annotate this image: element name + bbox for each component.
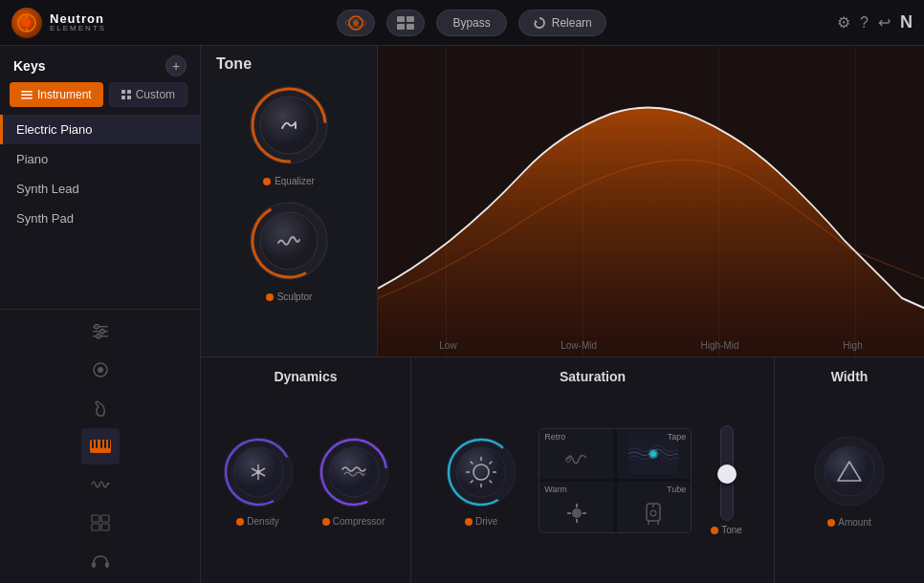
header: Neutron ELEMENTS Bypass xyxy=(0,0,924,46)
bottom-section: Dynamics xyxy=(201,357,924,583)
svg-point-1 xyxy=(23,19,31,27)
density-knob[interactable] xyxy=(220,434,297,510)
amount-knob[interactable] xyxy=(811,433,888,509)
svg-rect-30 xyxy=(100,440,102,448)
sidebar-title: Keys xyxy=(13,58,45,74)
warm-icon xyxy=(563,500,590,527)
dynamics-title: Dynamics xyxy=(274,369,337,384)
dynamics-panel: Dynamics xyxy=(201,357,411,583)
compressor-label: Compressor xyxy=(322,516,385,527)
svg-point-23 xyxy=(99,329,104,334)
eq-freq-low: Low xyxy=(439,340,456,351)
custom-icon xyxy=(121,90,131,99)
sidebar: Keys + Instrument xyxy=(0,46,201,583)
equalizer-knob-section: Equalizer xyxy=(246,82,332,186)
retro-icon xyxy=(563,446,590,473)
sidebar-icon-grid[interactable] xyxy=(81,505,120,541)
eq-grid-line-1 xyxy=(446,46,447,356)
sidebar-icon-circle[interactable] xyxy=(81,352,120,388)
sidebar-tabs: Instrument Custom xyxy=(0,82,200,115)
tone-slider[interactable] xyxy=(720,425,734,521)
saturation-panel: Saturation xyxy=(411,357,775,583)
eq-grid-line-3 xyxy=(718,46,719,356)
tab-instrument[interactable]: Instrument xyxy=(10,82,103,107)
amount-label: Amount xyxy=(827,517,870,528)
tone-slider-thumb[interactable] xyxy=(717,464,737,484)
sat-type-warm[interactable]: Warm xyxy=(539,482,614,532)
eq-freq-high-mid: High-Mid xyxy=(701,340,739,351)
svg-marker-11 xyxy=(535,20,538,24)
logo-icon xyxy=(11,8,42,38)
undo-icon[interactable]: ↩ xyxy=(878,13,891,32)
tone-slider-group: Tone xyxy=(711,425,742,535)
sidebar-icon-sliders[interactable] xyxy=(81,313,120,350)
svg-point-54 xyxy=(329,447,379,497)
eq-freq-low-mid: Low-Mid xyxy=(561,340,597,351)
sidebar-icon-wave[interactable] xyxy=(81,466,120,503)
drive-dot xyxy=(465,518,473,526)
n-badge: N xyxy=(900,12,913,32)
svg-rect-8 xyxy=(407,16,414,22)
svg-point-22 xyxy=(94,324,99,329)
tube-label: Tube xyxy=(667,485,686,494)
svg-rect-31 xyxy=(104,440,106,448)
saturation-title: Saturation xyxy=(560,369,626,384)
bypass-button[interactable]: Bypass xyxy=(436,10,506,36)
saturation-types-grid: Retro Tape xyxy=(539,428,692,533)
svg-rect-16 xyxy=(127,90,131,94)
equalizer-dot xyxy=(263,178,271,185)
svg-point-80 xyxy=(650,510,656,516)
svg-rect-14 xyxy=(21,97,33,99)
sculptor-knob[interactable] xyxy=(246,198,332,284)
sidebar-item-electric-piano[interactable]: Electric Piano xyxy=(0,115,200,144)
eq-freq-high: High xyxy=(843,340,863,351)
density-dot xyxy=(236,518,244,526)
sidebar-item-piano[interactable]: Piano xyxy=(0,144,200,174)
sidebar-add-button[interactable]: + xyxy=(165,55,187,76)
sat-type-tube[interactable]: Tube xyxy=(617,482,692,532)
compressor-knob[interactable] xyxy=(316,434,392,510)
drive-knob[interactable] xyxy=(443,434,519,510)
svg-point-26 xyxy=(98,367,103,373)
sidebar-item-synth-lead[interactable]: Synth Lead xyxy=(0,174,200,204)
sculptor-label: Sculptor xyxy=(266,292,313,302)
svg-rect-36 xyxy=(101,524,109,530)
svg-rect-15 xyxy=(121,90,125,94)
svg-point-5 xyxy=(353,20,359,26)
grid-button[interactable] xyxy=(386,10,425,36)
density-knob-group: Density xyxy=(220,434,297,527)
logo-area: Neutron ELEMENTS xyxy=(11,8,106,38)
amount-knob-group: Amount xyxy=(811,388,888,573)
sidebar-item-synth-pad[interactable]: Synth Pad xyxy=(0,204,200,233)
svg-rect-35 xyxy=(92,524,99,530)
eq-grid-line-4 xyxy=(855,46,856,356)
visualizer-button[interactable] xyxy=(337,10,375,36)
sat-type-tape[interactable]: Tape xyxy=(617,429,692,480)
equalizer-label: Equalizer xyxy=(263,176,315,186)
settings-icon[interactable]: ⚙ xyxy=(837,13,850,32)
svg-point-71 xyxy=(572,508,582,518)
tone-title: Tone xyxy=(201,55,252,73)
main-layout: Keys + Instrument xyxy=(0,46,924,583)
sidebar-icon-guitar[interactable] xyxy=(81,390,120,426)
sidebar-vertical-icons xyxy=(0,309,200,583)
width-title: Width xyxy=(831,369,869,384)
density-label: Density xyxy=(236,516,278,527)
svg-rect-13 xyxy=(21,95,33,97)
svg-rect-28 xyxy=(92,440,94,448)
saturation-inner: Drive Retro xyxy=(443,388,742,573)
header-center: Bypass Relearn xyxy=(337,10,605,36)
eq-labels: Low Low-Mid High-Mid High xyxy=(378,340,924,351)
help-icon[interactable]: ? xyxy=(860,14,869,32)
sidebar-icon-keyboard[interactable] xyxy=(81,428,120,464)
sculptor-dot xyxy=(266,293,274,301)
sidebar-icon-headphone[interactable] xyxy=(81,543,120,579)
tab-custom[interactable]: Custom xyxy=(109,82,187,107)
relearn-button[interactable]: Relearn xyxy=(518,10,606,36)
equalizer-knob[interactable] xyxy=(246,82,332,168)
tone-panel: Tone xyxy=(201,46,378,356)
width-panel: Width xyxy=(775,357,924,583)
retro-label: Retro xyxy=(544,432,565,442)
sat-type-retro[interactable]: Retro xyxy=(539,429,614,480)
svg-point-24 xyxy=(96,334,100,338)
